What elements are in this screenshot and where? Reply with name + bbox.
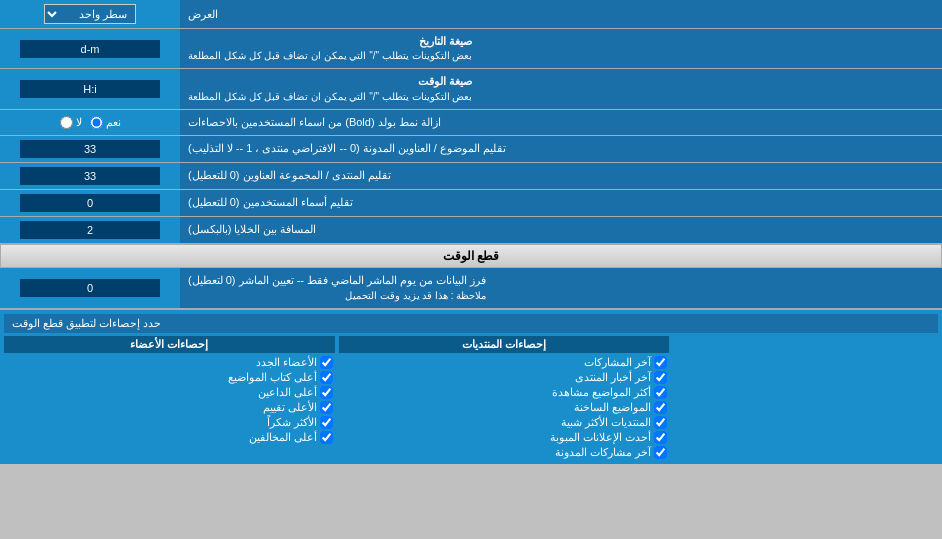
subject-trim-input-cell	[0, 136, 180, 162]
stats-item-classifieds: أحدث الإعلانات المبوبة	[339, 430, 670, 445]
stats-forums-header: إحصاءات المنتديات	[339, 336, 670, 353]
chk-top-posters[interactable]	[320, 371, 333, 384]
usernames-trim-input-cell	[0, 190, 180, 216]
chk-top-rated[interactable]	[320, 401, 333, 414]
ard-row: العرض سطر واحد أكثر من سطر	[0, 0, 942, 29]
date-format-label: صيغة التاريخ بعض التكوينات يتطلب "/" الت…	[180, 29, 942, 68]
time-format-input[interactable]	[20, 80, 160, 98]
cell-spacing-input[interactable]	[20, 221, 160, 239]
chk-most-liked-forums[interactable]	[654, 416, 667, 429]
stats-item-forum-news: آخر أخبار المنتدى	[339, 370, 670, 385]
date-format-row: صيغة التاريخ بعض التكوينات يتطلب "/" الت…	[0, 29, 942, 69]
usernames-trim-row: تقليم أسماء المستخدمين (0 للتعطيل)	[0, 190, 942, 217]
subject-trim-row: تقليم الموضوع / العناوين المدونة (0 -- ا…	[0, 136, 942, 163]
stats-empty-col	[673, 336, 938, 460]
time-format-input-cell	[0, 69, 180, 108]
chk-classifieds[interactable]	[654, 431, 667, 444]
stats-item-top-posters: أعلى كتاب المواضيع	[4, 370, 335, 385]
ard-label: العرض	[180, 0, 942, 28]
bold-radio-yes[interactable]	[90, 116, 103, 129]
bold-radio-no[interactable]	[60, 116, 73, 129]
realtime-filter-label: فرز البيانات من يوم الماشر الماضي فقط --…	[180, 268, 942, 307]
cell-spacing-label: المسافة بين الخلايا (بالبكسل)	[180, 217, 942, 243]
forum-trim-row: تقليم المنتدى / المجموعة العناوين (0 للت…	[0, 163, 942, 190]
stats-item-new-members: الأعضاء الجدد	[4, 355, 335, 370]
cell-spacing-input-cell	[0, 217, 180, 243]
stats-item-most-thanked: الأكثر شكراً	[4, 415, 335, 430]
stats-item-most-viewed: أكثر المواضيع مشاهدة	[339, 385, 670, 400]
bold-label: ازالة نمط بولد (Bold) من اسماء المستخدمي…	[180, 110, 942, 135]
stats-forums-col: إحصاءات المنتديات آخر المشاركات آخر أخبا…	[339, 336, 670, 460]
ard-select-cell: سطر واحد أكثر من سطر	[0, 0, 180, 28]
realtime-filter-input[interactable]	[20, 279, 160, 297]
subject-trim-input[interactable]	[20, 140, 160, 158]
stats-item-top-inviters: أعلى الداعين	[4, 385, 335, 400]
chk-top-inviters[interactable]	[320, 386, 333, 399]
realtime-filter-input-cell	[0, 268, 180, 307]
chk-most-thanked[interactable]	[320, 416, 333, 429]
cell-spacing-row: المسافة بين الخلايا (بالبكسل)	[0, 217, 942, 244]
chk-top-violators[interactable]	[320, 431, 333, 444]
stats-item-most-liked-forums: المنتديات الأكثر شبية	[339, 415, 670, 430]
bold-row: ازالة نمط بولد (Bold) من اسماء المستخدمي…	[0, 110, 942, 136]
stats-members-col: إحصاءات الأعضاء الأعضاء الجدد أعلى كتاب …	[4, 336, 335, 460]
stats-item-top-violators: أعلى المخالفين	[4, 430, 335, 445]
realtime-section-header: قطع الوقت	[0, 244, 942, 268]
chk-forum-news[interactable]	[654, 371, 667, 384]
chk-new-members[interactable]	[320, 356, 333, 369]
chk-most-viewed[interactable]	[654, 386, 667, 399]
forum-trim-label: تقليم المنتدى / المجموعة العناوين (0 للت…	[180, 163, 942, 189]
date-format-input-cell	[0, 29, 180, 68]
forum-trim-input[interactable]	[20, 167, 160, 185]
chk-blog-posts[interactable]	[654, 446, 667, 459]
chk-hot-topics[interactable]	[654, 401, 667, 414]
stats-three-cols: إحصاءات المنتديات آخر المشاركات آخر أخبا…	[4, 336, 938, 460]
bold-radio-cell: نعم لا	[0, 110, 180, 135]
stats-item-blog-posts: آخر مشاركات المدونة	[339, 445, 670, 460]
stats-item-hot-topics: المواضيع الساخنة	[339, 400, 670, 415]
realtime-filter-row: فرز البيانات من يوم الماشر الماضي فقط --…	[0, 268, 942, 308]
usernames-trim-input[interactable]	[20, 194, 160, 212]
usernames-trim-label: تقليم أسماء المستخدمين (0 للتعطيل)	[180, 190, 942, 216]
ard-select[interactable]: سطر واحد أكثر من سطر	[44, 4, 136, 24]
bold-radio-yes-label[interactable]: نعم	[90, 116, 121, 129]
time-format-label: صيغة الوقت بعض التكوينات يتطلب "/" التي …	[180, 69, 942, 108]
subject-trim-label: تقليم الموضوع / العناوين المدونة (0 -- ا…	[180, 136, 942, 162]
stats-item-last-posts: آخر المشاركات	[339, 355, 670, 370]
chk-last-posts[interactable]	[654, 356, 667, 369]
stats-header: حدد إحصاءات لتطبيق قطع الوقت	[4, 314, 938, 333]
bottom-stats-section: حدد إحصاءات لتطبيق قطع الوقت إحصاءات الم…	[0, 309, 942, 464]
time-format-row: صيغة الوقت بعض التكوينات يتطلب "/" التي …	[0, 69, 942, 109]
stats-members-header: إحصاءات الأعضاء	[4, 336, 335, 353]
date-format-input[interactable]	[20, 40, 160, 58]
forum-trim-input-cell	[0, 163, 180, 189]
stats-item-top-rated: الأعلى تقييم	[4, 400, 335, 415]
bold-radio-no-label[interactable]: لا	[60, 116, 82, 129]
